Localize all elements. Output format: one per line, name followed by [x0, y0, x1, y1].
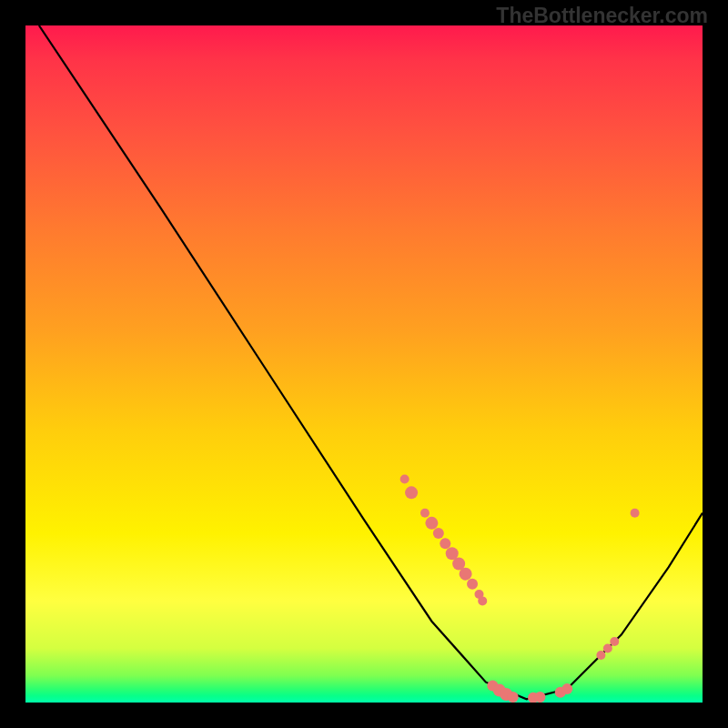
watermark-text: TheBottlenecker.com	[496, 4, 708, 28]
data-marker	[425, 517, 438, 530]
bottleneck-curve	[39, 25, 703, 699]
data-marker	[420, 509, 430, 518]
chart-container: TheBottlenecker.com	[0, 0, 728, 728]
data-marker	[467, 579, 478, 590]
data-marker	[610, 637, 619, 646]
data-markers	[400, 474, 640, 703]
data-marker	[534, 692, 545, 703]
data-marker	[433, 528, 444, 539]
data-marker	[440, 538, 450, 549]
chart-svg	[25, 25, 703, 703]
data-marker	[478, 596, 487, 605]
data-marker	[631, 509, 640, 518]
data-marker	[596, 651, 605, 660]
data-marker	[400, 474, 410, 483]
data-marker	[561, 683, 572, 694]
data-marker	[405, 486, 418, 499]
data-marker	[460, 568, 472, 581]
data-marker	[508, 692, 519, 703]
data-marker	[603, 643, 612, 652]
plot-area	[25, 25, 703, 703]
